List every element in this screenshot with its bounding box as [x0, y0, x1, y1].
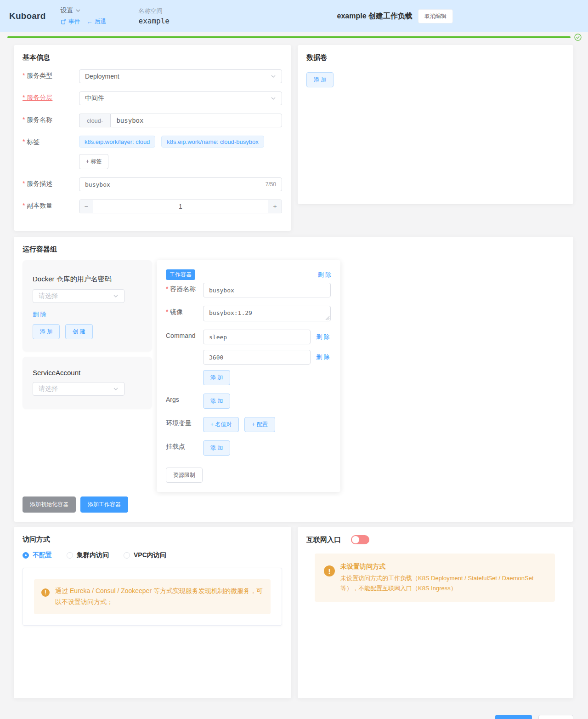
labels-row: 标签 k8s.eip.work/layer: cloud k8s.eip.wor… [23, 136, 282, 169]
docker-secret-create-button[interactable]: 创 建 [65, 324, 92, 339]
replicas-row: 副本数量 − 1 + [23, 200, 282, 213]
increase-button[interactable]: + [268, 200, 282, 213]
env-label: 环境变量 [166, 417, 203, 428]
namespace-label: 名称空间 [139, 7, 170, 15]
resource-limits-button[interactable]: 资源限制 [166, 468, 203, 483]
env-add-pair-button[interactable]: + 名值对 [203, 417, 239, 432]
mounts-add-button[interactable]: 添 加 [203, 440, 230, 456]
service-name-input[interactable] [110, 114, 282, 127]
access-title: 访问方式 [23, 535, 282, 544]
service-layer-label[interactable]: 服务分层 [23, 91, 79, 102]
add-init-container-button[interactable]: 添加初始化容器 [23, 496, 76, 513]
volumes-title: 数据卷 [306, 53, 564, 62]
internet-alert-body: 未设置访问方式的工作负载（K8S Deployment / StatefulSe… [340, 575, 533, 592]
back-label: 后退 [95, 17, 107, 26]
chevron-down-icon [271, 74, 276, 79]
check-circle-icon [574, 34, 582, 41]
work-container-delete-link[interactable]: 删 除 [317, 271, 331, 279]
internet-alert-title: 未设置访问方式 [340, 562, 546, 571]
events-icon [61, 19, 67, 25]
resize-grip-icon[interactable] [325, 316, 330, 320]
docker-secret-delete-link[interactable]: 删 除 [33, 311, 46, 318]
replicas-value[interactable]: 1 [93, 200, 268, 213]
volumes-card: 数据卷 添 加 [298, 45, 573, 204]
internet-card: 互联网入口 ! 未设置访问方式 未设置访问方式的工作负载（K8S Deploym… [298, 527, 573, 698]
access-alert-text: 通过 Eureka / Consul / Zookeeper 等方式实现服务发现… [55, 586, 263, 608]
container-name-row: 容器名称 [166, 283, 331, 297]
add-label-button[interactable]: + 标签 [79, 154, 108, 169]
radio-label: 不配置 [33, 551, 52, 559]
events-label: 事件 [68, 17, 80, 26]
settings-label: 设置 [61, 6, 74, 15]
cancel-button[interactable]: 取 消 [538, 715, 573, 719]
access-alert: ! 通过 Eureka / Consul / Zookeeper 等方式实现服务… [34, 579, 271, 614]
container-name-label: 容器名称 [166, 283, 203, 293]
command-row: Command 删 除 删 除 添 加 [166, 330, 331, 385]
docker-secret-title: Docker 仓库的用户名密码 [33, 275, 142, 284]
mounts-label: 挂载点 [166, 440, 203, 451]
containers-title: 运行容器组 [23, 245, 564, 254]
command-input[interactable] [203, 330, 311, 344]
service-type-row: 服务类型 Deployment [23, 69, 282, 83]
radio-dot-icon [23, 552, 29, 559]
command-item: 删 除 [203, 330, 330, 344]
args-add-button[interactable]: 添 加 [203, 394, 230, 409]
access-radio-group: 不配置 集群内访问 VPC内访问 [23, 551, 282, 559]
internet-alert: ! 未设置访问方式 未设置访问方式的工作负载（K8S Deployment / … [315, 554, 555, 602]
service-account-select[interactable]: 请选择 [33, 382, 124, 396]
access-info-box: ! 通过 Eureka / Consul / Zookeeper 等方式实现服务… [23, 568, 282, 626]
image-textarea[interactable]: busybox:1.29 [203, 306, 331, 321]
docker-secret-add-button[interactable]: 添 加 [33, 324, 60, 339]
settings-dropdown[interactable]: 设置 [61, 6, 107, 15]
image-row: 镜像 busybox:1.29 [166, 306, 331, 321]
save-button[interactable]: 保 存 [495, 715, 532, 719]
basic-info-card: 基本信息 服务类型 Deployment 服务分层 中间件 [14, 45, 291, 231]
service-layer-select[interactable]: 中间件 [79, 91, 282, 105]
footer-actions: 保 存 取 消 [14, 698, 573, 719]
service-name-row: 服务名称 cloud- [23, 114, 282, 127]
radio-dot-icon [67, 552, 73, 559]
replicas-label: 副本数量 [23, 200, 79, 210]
back-link[interactable]: ← 后退 [87, 17, 107, 26]
docker-secret-select[interactable]: 请选择 [33, 289, 124, 303]
command-delete-link[interactable]: 删 除 [316, 353, 330, 361]
service-account-panel: ServiceAccount 请选择 [23, 357, 152, 409]
add-work-container-button[interactable]: 添加工作容器 [80, 496, 128, 513]
internet-toggle[interactable] [351, 535, 369, 544]
service-type-label: 服务类型 [23, 69, 79, 80]
progress-row [0, 32, 588, 40]
work-container-badge: 工作容器 [166, 269, 195, 280]
add-volume-button[interactable]: 添 加 [306, 72, 334, 87]
back-arrow-icon: ← [87, 18, 93, 25]
command-item: 删 除 [203, 350, 330, 365]
env-add-config-button[interactable]: + 配置 [244, 417, 275, 432]
args-label: Args [166, 394, 203, 403]
warning-icon: ! [324, 565, 335, 576]
description-input[interactable]: busybox 7/50 [79, 177, 282, 191]
decrease-button[interactable]: − [79, 200, 93, 213]
radio-label: VPC内访问 [134, 551, 166, 559]
command-input[interactable] [203, 350, 311, 365]
warning-icon: ! [41, 588, 50, 597]
container-name-input[interactable] [203, 283, 331, 297]
service-layer-value: 中间件 [85, 94, 104, 103]
char-counter: 7/50 [266, 181, 276, 188]
command-delete-link[interactable]: 删 除 [316, 333, 330, 341]
service-type-select[interactable]: Deployment [79, 69, 282, 83]
chevron-down-icon [113, 386, 119, 392]
radio-cluster-access[interactable]: 集群内访问 [67, 551, 109, 559]
work-container-panel: 工作容器 删 除 容器名称 镜像 busybox:1.29 [157, 260, 340, 492]
chevron-down-icon [113, 293, 119, 299]
command-add-button[interactable]: 添 加 [203, 370, 230, 385]
top-bar: Kuboard 设置 事件 ← 后退 名称空间 example example … [0, 0, 588, 32]
radio-no-config[interactable]: 不配置 [23, 551, 52, 559]
radio-dot-icon [124, 552, 130, 559]
radio-vpc-access[interactable]: VPC内访问 [124, 551, 166, 559]
service-name-prefix: cloud- [79, 114, 110, 127]
cancel-edit-button[interactable]: 取消编辑 [418, 9, 453, 23]
docker-secret-panel: Docker 仓库的用户名密码 请选择 删 除 添 加 创 建 [23, 260, 152, 351]
labels-label: 标签 [23, 136, 79, 146]
events-link[interactable]: 事件 [61, 17, 80, 26]
service-type-value: Deployment [85, 73, 119, 80]
namespace-value: example [139, 17, 170, 25]
